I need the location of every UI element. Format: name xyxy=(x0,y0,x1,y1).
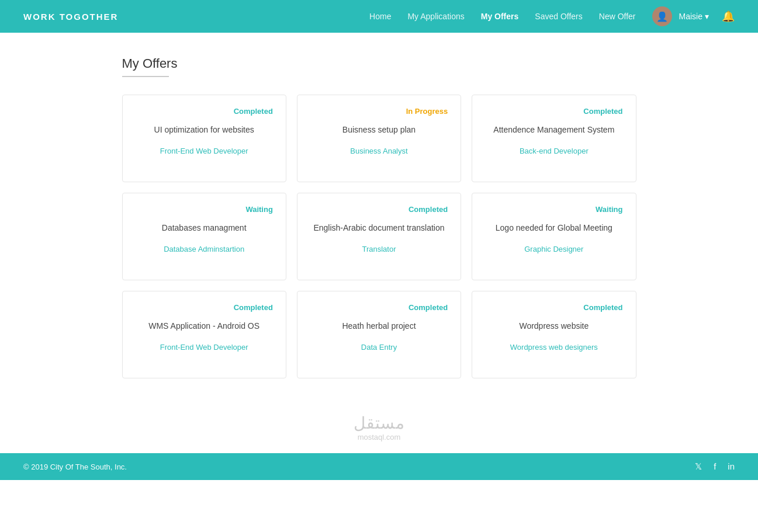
card-status: Completed xyxy=(136,107,273,116)
card-title: Attendence Management System xyxy=(485,124,622,136)
offer-card[interactable]: Completed WMS Application - Android OS F… xyxy=(122,291,286,378)
card-title: English-Arabic document translation xyxy=(310,222,448,234)
card-title: Wordpress website xyxy=(485,320,622,332)
offer-card[interactable]: Completed Heath herbal project Data Entr… xyxy=(297,291,461,378)
offer-card[interactable]: Completed Attendence Management System B… xyxy=(472,95,636,182)
nav-my-offers[interactable]: My Offers xyxy=(481,12,519,21)
card-status: Completed xyxy=(136,303,273,312)
offer-card[interactable]: Waiting Databases managment Database Adm… xyxy=(122,193,286,280)
offer-card[interactable]: Completed UI optimization for websites F… xyxy=(122,95,286,182)
offer-card[interactable]: Completed Wordpress website Wordpress we… xyxy=(472,291,636,378)
brand-logo: WORK TOGOTHER xyxy=(23,12,369,22)
watermark-sub: mostaql.com xyxy=(0,433,758,441)
card-status: In Progress xyxy=(310,107,448,116)
watermark-area: مستقل mostaql.com xyxy=(0,413,758,453)
nav-home[interactable]: Home xyxy=(369,12,391,21)
card-role: Data Entry xyxy=(310,343,448,352)
avatar: 👤 xyxy=(652,6,672,26)
card-status: Waiting xyxy=(485,205,622,214)
card-role: Business Analyst xyxy=(310,147,448,155)
card-role: Front-End Web Developer xyxy=(136,147,273,155)
card-title: Logo needed for Global Meeting xyxy=(485,222,622,234)
navbar: WORK TOGOTHER Home My Applications My Of… xyxy=(0,0,758,33)
facebook-icon[interactable]: f xyxy=(714,461,716,472)
user-menu: 👤 Maisie ▾ 🔔 xyxy=(652,6,735,26)
offer-card[interactable]: Waiting Logo needed for Global Meeting G… xyxy=(472,193,636,280)
nav-saved-offers[interactable]: Saved Offers xyxy=(535,12,582,21)
chevron-down-icon: ▾ xyxy=(705,12,709,21)
offer-card[interactable]: Completed English-Arabic document transl… xyxy=(297,193,461,280)
offer-card[interactable]: In Progress Buisness setup plan Business… xyxy=(297,95,461,182)
card-status: Completed xyxy=(485,303,622,312)
card-status: Completed xyxy=(310,303,448,312)
card-title: Heath herbal project xyxy=(310,320,448,332)
card-title: Buisness setup plan xyxy=(310,124,448,136)
title-underline xyxy=(122,76,169,77)
social-links: 𝕏 f in xyxy=(695,461,735,472)
card-status: Waiting xyxy=(136,205,273,214)
card-role: Back-end Developer xyxy=(485,147,622,155)
card-role: Graphic Designer xyxy=(485,245,622,253)
card-title: Databases managment xyxy=(136,222,273,234)
card-role: Translator xyxy=(310,245,448,253)
nav-links: Home My Applications My Offers Saved Off… xyxy=(369,12,635,21)
card-role: Database Adminstartion xyxy=(136,245,273,253)
username-label[interactable]: Maisie ▾ xyxy=(679,12,709,21)
footer: © 2019 City Of The South, Inc. 𝕏 f in xyxy=(0,453,758,480)
card-role: Wordpress web designers xyxy=(485,343,622,352)
nav-new-offer[interactable]: New Offer xyxy=(599,12,636,21)
bell-icon[interactable]: 🔔 xyxy=(722,10,735,23)
card-title: UI optimization for websites xyxy=(136,124,273,136)
card-status: Completed xyxy=(310,205,448,214)
nav-my-applications[interactable]: My Applications xyxy=(407,12,464,21)
linkedin-icon[interactable]: in xyxy=(728,461,735,472)
page-title: My Offers xyxy=(122,56,636,71)
offers-grid: Completed UI optimization for websites F… xyxy=(122,95,636,378)
footer-copyright: © 2019 City Of The South, Inc. xyxy=(23,463,127,471)
watermark-logo: مستقل xyxy=(0,413,758,433)
main-content: My Offers Completed UI optimization for … xyxy=(110,33,648,413)
card-role: Front-End Web Developer xyxy=(136,343,273,352)
card-title: WMS Application - Android OS xyxy=(136,320,273,332)
twitter-icon[interactable]: 𝕏 xyxy=(695,461,702,472)
card-status: Completed xyxy=(485,107,622,116)
